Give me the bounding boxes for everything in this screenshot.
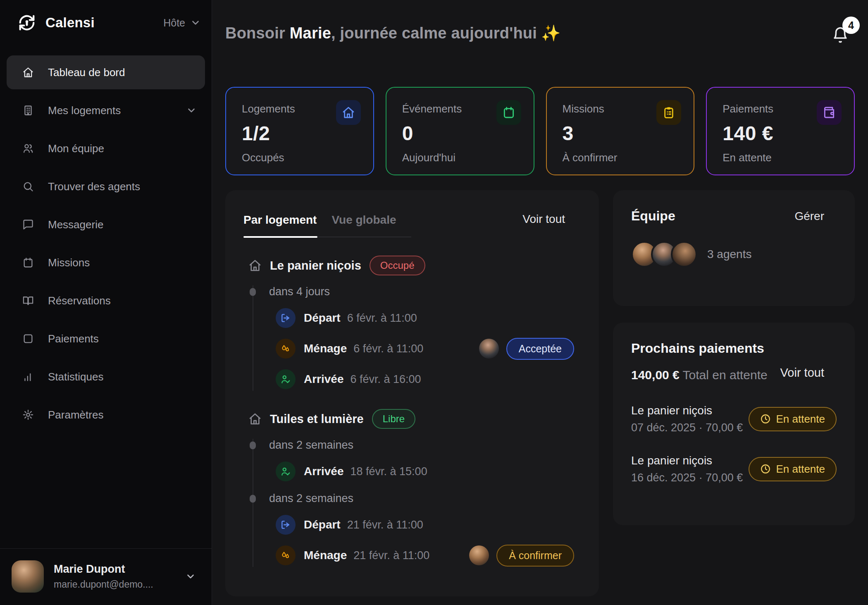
sidebar-item-dashboard[interactable]: Tableau de bord — [7, 55, 205, 89]
payments-card: Prochains paiements 140,00 € Total en at… — [613, 323, 855, 525]
sidebar-item-logements[interactable]: Mes logements — [7, 93, 205, 127]
sidebar-item-agents[interactable]: Trouver des agents — [7, 170, 205, 203]
role-label: Hôte — [163, 17, 185, 29]
timeline-event[interactable]: Ménage 21 févr. à 11:00 À confirmer — [276, 544, 582, 567]
sidebar-item-label: Paramètres — [48, 409, 103, 421]
greeting-prefix: Bonsoir — [225, 24, 290, 42]
event-label: Départ — [304, 518, 341, 531]
stat-sub: Occupés — [242, 151, 358, 164]
payments-total-note: Total en attente — [680, 368, 768, 382]
payment-status-badge: En attente — [749, 407, 837, 431]
chevron-down-icon — [185, 571, 196, 582]
sidebar-item-paiements[interactable]: Paiements — [7, 322, 205, 356]
planning-see-all-link[interactable]: Voir tout — [522, 209, 565, 226]
payment-row[interactable]: Le panier niçois 16 déc. 2025 · 70,00 € … — [631, 454, 837, 484]
notification-badge: 4 — [842, 17, 860, 34]
stat-card-logements[interactable]: Logements 1/2 Occupés — [225, 87, 374, 175]
sidebar-spacer — [0, 436, 212, 548]
departure-icon — [276, 515, 296, 535]
payment-property: Le panier niçois — [631, 454, 743, 467]
agents-count: 3 agents — [707, 248, 751, 261]
tab-vue-globale[interactable]: Vue globale — [331, 209, 411, 237]
payment-row[interactable]: Le panier niçois 07 déc. 2025 · 70,00 € … — [631, 404, 837, 434]
property-name: Tuiles et lumière — [270, 412, 364, 426]
event-time: 6 févr. à 16:00 — [351, 373, 421, 386]
home-icon — [22, 67, 34, 78]
sidebar-item-messagerie[interactable]: Messagerie — [7, 208, 205, 242]
payment-status-label: En attente — [776, 463, 825, 476]
event-time: 6 févr. à 11:00 — [353, 342, 423, 355]
chevron-down-icon — [186, 105, 197, 116]
stat-sub: En attente — [723, 151, 838, 164]
book-open-icon — [22, 295, 34, 306]
content-row: Par logement Vue globale Voir tout Le pa… — [225, 190, 855, 596]
sidebar-item-statistiques[interactable]: Statistiques — [7, 360, 205, 394]
timeline-event[interactable]: Ménage 6 févr. à 11:00 Acceptée — [276, 337, 582, 360]
gear-icon — [22, 409, 34, 421]
timeline-event[interactable]: Départ 21 févr. à 11:00 — [276, 513, 582, 536]
timeline-when: dans 4 jours — [269, 285, 582, 298]
sidebar-item-label: Mes logements — [48, 104, 121, 117]
property-header: Le panier niçois Occupé — [248, 256, 582, 275]
property-name: Le panier niçois — [270, 259, 361, 273]
stat-card-missions[interactable]: Missions 3 À confirmer — [546, 87, 695, 175]
payments-see-all-link[interactable]: Voir tout — [780, 366, 824, 380]
planning-tabs-row: Par logement Vue globale Voir tout — [243, 209, 582, 237]
sidebar-item-reservations[interactable]: Réservations — [7, 284, 205, 318]
payment-date-amount: 07 déc. 2025 · 70,00 € — [631, 421, 743, 434]
brand-row: Calensi Hôte — [0, 0, 212, 32]
chevron-down-icon — [190, 17, 201, 28]
sidebar-item-parametres[interactable]: Paramètres — [7, 398, 205, 432]
users-icon — [22, 143, 34, 154]
event-label: Arrivée — [304, 373, 344, 386]
timeline-event[interactable]: Arrivée 18 févr. à 15:00 — [276, 460, 582, 483]
property-timeline: dans 4 jours Départ 6 févr. à 11:00 Ména… — [253, 285, 582, 391]
stat-card-paiements[interactable]: Paiements 140 € En attente — [706, 87, 855, 175]
stat-value: 0 — [402, 122, 518, 145]
arrival-icon — [276, 462, 296, 481]
mission-status-badge: Acceptée — [506, 338, 574, 360]
payment-meta: Le panier niçois 16 déc. 2025 · 70,00 € — [631, 454, 743, 484]
sidebar-item-label: Réservations — [48, 294, 111, 307]
sidebar: Calensi Hôte Tableau de bord Mes logemen… — [0, 0, 212, 605]
bar-chart-icon — [22, 371, 34, 383]
event-time: 6 févr. à 11:00 — [347, 312, 417, 325]
agent-avatar — [671, 241, 697, 268]
avatar — [12, 560, 44, 593]
sidebar-item-label: Tableau de bord — [48, 66, 125, 79]
user-menu[interactable]: Marie Dupont marie.dupont@demo.... — [0, 548, 212, 605]
role-switcher[interactable]: Hôte — [163, 17, 201, 29]
stat-value: 1/2 — [242, 122, 358, 145]
wallet-icon — [817, 100, 842, 125]
calensi-logo-icon — [17, 13, 36, 32]
clipboard-icon — [656, 100, 681, 125]
sidebar-item-equipe[interactable]: Mon équipe — [7, 132, 205, 165]
greeting-suffix: , journée calme aujourd'hui — [331, 24, 537, 42]
chat-icon — [22, 219, 34, 230]
team-manage-link[interactable]: Gérer — [794, 210, 824, 223]
payment-date-amount: 16 déc. 2025 · 70,00 € — [631, 471, 743, 484]
event-label: Ménage — [304, 549, 347, 562]
property-header: Tuiles et lumière Libre — [248, 409, 582, 429]
header: Bonsoir Marie, journée calme aujourd'hui… — [225, 24, 855, 44]
payment-meta: Le panier niçois 07 déc. 2025 · 70,00 € — [631, 404, 743, 434]
event-label: Ménage — [304, 342, 347, 355]
departure-icon — [276, 308, 296, 328]
sidebar-item-label: Paiements — [48, 332, 99, 345]
cleaning-icon — [276, 339, 296, 359]
timeline-event[interactable]: Arrivée 6 févr. à 16:00 — [276, 368, 582, 391]
stat-card-evenements[interactable]: Événements 0 Aujourd'hui — [386, 87, 534, 175]
status-badge: Libre — [372, 409, 415, 429]
tab-par-logement[interactable]: Par logement — [243, 209, 331, 237]
payments-total-amount: 140,00 € — [631, 368, 680, 382]
sidebar-item-label: Missions — [48, 256, 90, 269]
timeline-event[interactable]: Départ 6 févr. à 11:00 — [276, 306, 582, 330]
clock-icon — [760, 414, 771, 424]
sidebar-item-missions[interactable]: Missions — [7, 246, 205, 280]
stat-cards: Logements 1/2 Occupés Événements 0 Aujou… — [225, 87, 855, 175]
agent-avatar — [469, 545, 489, 565]
timeline-when: dans 2 semaines — [269, 492, 582, 505]
notifications-button[interactable]: 4 — [832, 26, 849, 44]
sidebar-item-label: Statistiques — [48, 371, 103, 383]
calendar-icon — [496, 100, 521, 125]
